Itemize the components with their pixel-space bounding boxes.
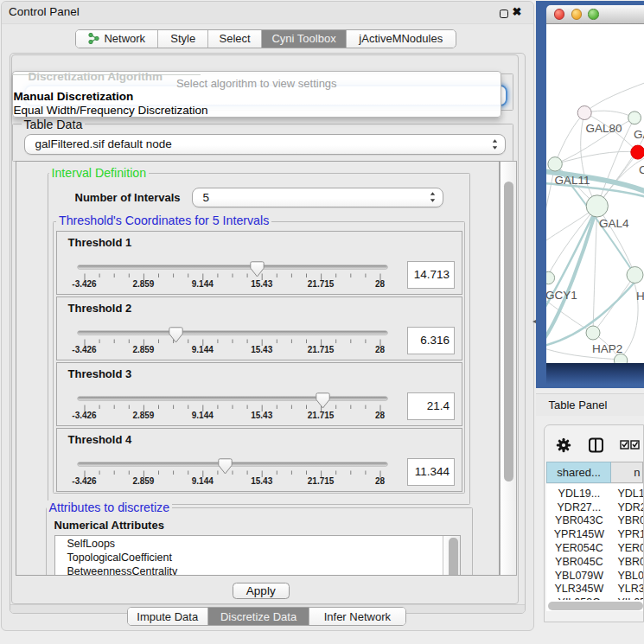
svg-text:GA: GA [634, 127, 644, 140]
svg-text:C: C [639, 163, 644, 175]
svg-text:GAL80: GAL80 [585, 122, 622, 135]
svg-text:GAL11: GAL11 [554, 173, 590, 186]
svg-text:HAP2: HAP2 [592, 341, 622, 354]
svg-text:GCY1: GCY1 [546, 289, 577, 302]
svg-text:H: H [636, 289, 644, 302]
svg-text:GAL4: GAL4 [599, 216, 629, 229]
